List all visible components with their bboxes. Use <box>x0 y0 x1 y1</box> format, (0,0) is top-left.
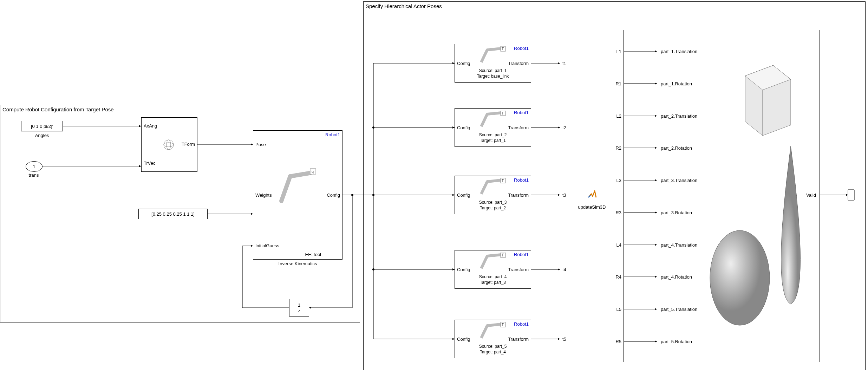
port-part4-rot: part_4.Rotation <box>661 274 692 280</box>
port-t4: t4 <box>562 267 566 272</box>
port-R2: R2 <box>615 145 621 151</box>
delay-num: 1 <box>298 302 300 308</box>
model-link: Robot1 <box>514 177 529 183</box>
inport-trans[interactable]: 1 <box>26 161 43 172</box>
source-label: Source: part_5 <box>455 344 531 349</box>
constant-angles[interactable]: [0 1 0 pi/2]' <box>21 121 63 131</box>
port-t3: t3 <box>562 192 566 198</box>
target-label: Target: part_1 <box>455 138 531 143</box>
robot-arm-icon: T <box>479 111 508 128</box>
source-label: Source: part_1 <box>455 68 531 73</box>
port-config: Config <box>457 125 470 130</box>
cone-icon <box>770 143 812 308</box>
port-part4-trans: part_4.Translation <box>661 242 697 248</box>
robot-arm-icon: T <box>479 322 508 340</box>
simulink-canvas: Compute Robot Configuration from Target … <box>0 0 868 372</box>
get-transform-block[interactable]: Robot1 Config Transform Source: part_5 T… <box>455 320 531 358</box>
model-link: Robot1 <box>514 110 529 115</box>
terminator-block[interactable] <box>847 188 856 202</box>
port-pose: Pose <box>255 142 266 147</box>
port-weights: Weights <box>255 192 272 198</box>
model-link: Robot1 <box>325 132 340 137</box>
port-part5-rot: part_5.Rotation <box>661 339 692 344</box>
updatesim3d-block[interactable]: t1 t2 t3 t4 t5 L1 R1 L2 R2 L3 R3 L4 R4 L… <box>560 30 624 362</box>
robot-arm-icon: T <box>479 46 508 64</box>
port-part3-rot: part_3.Rotation <box>661 210 692 215</box>
port-L2: L2 <box>616 113 621 119</box>
port-transform: Transform <box>508 61 529 66</box>
delay-den: z <box>298 308 300 313</box>
target-label: Target: part_4 <box>455 350 531 354</box>
port-transform: Transform <box>508 125 529 130</box>
port-part3-trans: part_3.Translation <box>661 178 697 183</box>
svg-text:q: q <box>312 169 314 174</box>
source-label: Source: part_3 <box>455 200 531 205</box>
port-L4: L4 <box>616 242 621 248</box>
svg-text:T: T <box>502 253 504 257</box>
block-caption: trans <box>22 172 45 178</box>
port-L5: L5 <box>616 307 621 312</box>
svg-text:T: T <box>502 323 504 327</box>
port-config: Config <box>457 337 470 342</box>
source-label: Source: part_2 <box>455 132 531 137</box>
get-transform-block[interactable]: Robot1 Config Transform Source: part_4 T… <box>455 250 531 289</box>
port-part1-rot: part_1.Rotation <box>661 81 692 86</box>
block-caption: Angles <box>21 133 63 138</box>
port-part2-trans: part_2.Translation <box>661 113 697 119</box>
model-link: Robot1 <box>514 321 529 327</box>
port-part2-rot: part_2.Rotation <box>661 145 692 151</box>
cube-icon <box>731 55 794 136</box>
port-transform: Transform <box>508 337 529 342</box>
target-label: Target: part_3 <box>455 280 531 285</box>
inport-number: 1 <box>33 164 35 169</box>
svg-text:T: T <box>502 47 504 51</box>
ee-label: EE: tool <box>305 252 321 257</box>
port-L3: L3 <box>616 178 621 183</box>
globe-icon <box>163 139 175 151</box>
svg-text:T: T <box>502 111 504 115</box>
port-config: Config <box>457 267 470 272</box>
block-caption: updateSim3D <box>560 204 624 210</box>
robot-arm-icon: q <box>278 166 316 204</box>
port-t5: t5 <box>562 337 566 342</box>
port-t1: t1 <box>562 61 566 66</box>
source-label: Source: part_4 <box>455 274 531 279</box>
port-config: Config <box>457 192 470 198</box>
port-config: Config <box>327 192 340 198</box>
robot-arm-icon: T <box>479 253 508 270</box>
sim3d-actor-block[interactable]: part_1.Translation part_1.Rotation part_… <box>657 30 820 362</box>
port-trvec: TrVec <box>144 161 155 166</box>
block-caption: Inverse Kinematics <box>253 261 342 266</box>
port-t2: t2 <box>562 125 566 130</box>
get-transform-block[interactable]: Robot1 Config Transform Source: part_1 T… <box>455 44 531 83</box>
port-transform: Transform <box>508 267 529 272</box>
port-R4: R4 <box>615 274 621 280</box>
constant-weights[interactable]: [0.25 0.25 0.25 1 1 1] <box>138 209 208 219</box>
target-label: Target: part_2 <box>455 205 531 210</box>
svg-point-5 <box>164 143 174 147</box>
get-transform-block[interactable]: Robot1 Config Transform Source: part_3 T… <box>455 176 531 214</box>
port-R5: R5 <box>615 339 621 344</box>
inverse-kinematics-block[interactable]: Robot1 Pose Weights InitialGuess Config … <box>253 130 342 260</box>
port-L1: L1 <box>616 49 621 54</box>
area-title: Specify Hierarchical Actor Poses <box>366 3 442 9</box>
target-label: Target: base_link <box>455 74 531 79</box>
port-R3: R3 <box>615 210 621 215</box>
port-part5-trans: part_5.Translation <box>661 307 697 312</box>
port-part1-trans: part_1.Translation <box>661 49 697 54</box>
svg-point-8 <box>288 174 292 178</box>
get-transform-block[interactable]: Robot1 Config Transform Source: part_2 T… <box>455 108 531 147</box>
port-axang: AxAng <box>144 123 157 129</box>
port-tform: TForm <box>182 142 195 147</box>
unit-delay-block[interactable]: 1 z <box>289 299 309 316</box>
svg-point-6 <box>167 140 171 150</box>
area-title: Compute Robot Configuration from Target … <box>2 106 114 112</box>
port-R1: R1 <box>615 81 621 86</box>
constant-value: [0.25 0.25 0.25 1 1 1] <box>151 211 195 217</box>
svg-point-4 <box>164 140 174 150</box>
coordinate-transform-tform[interactable]: AxAng TrVec TForm <box>141 117 197 172</box>
model-link: Robot1 <box>514 252 529 257</box>
svg-point-25 <box>710 230 770 325</box>
svg-point-7 <box>279 199 283 203</box>
model-link: Robot1 <box>514 46 529 51</box>
